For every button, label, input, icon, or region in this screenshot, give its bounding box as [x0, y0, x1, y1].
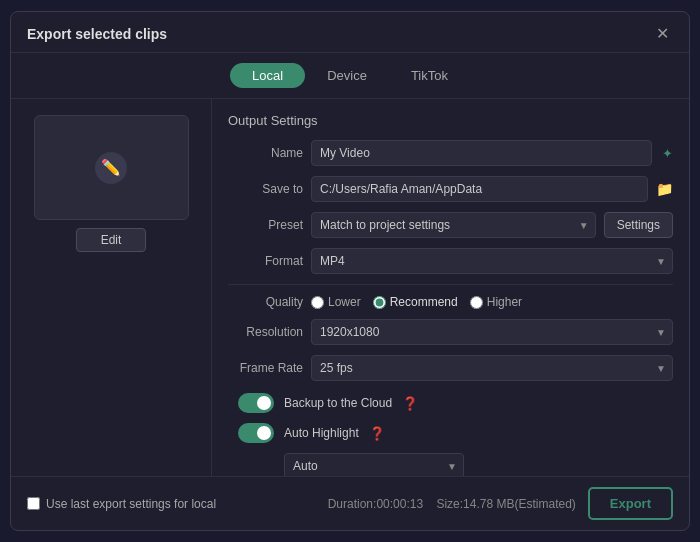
preset-select-wrap: Match to project settings ▼ — [311, 212, 596, 238]
quality-label: Quality — [228, 295, 303, 309]
footer-info: Duration:00:00:13 Size:14.78 MB(Estimate… — [228, 497, 576, 511]
quality-radio-group: Lower Recommend Higher — [311, 295, 522, 309]
resolution-label: Resolution — [228, 325, 303, 339]
autohighlight-toggle[interactable] — [238, 423, 274, 443]
framerate-label: Frame Rate — [228, 361, 303, 375]
saveto-row: Save to C:/Users/Rafia Aman/AppData 📁 — [228, 176, 673, 202]
tab-device[interactable]: Device — [305, 63, 389, 88]
backup-slider — [238, 393, 274, 413]
quality-recommend-option[interactable]: Recommend — [373, 295, 458, 309]
divider-1 — [228, 284, 673, 285]
name-row: Name ✦ — [228, 140, 673, 166]
format-select[interactable]: MP4 — [311, 248, 673, 274]
autohighlight-row: Auto Highlight ❓ — [238, 423, 673, 443]
close-button[interactable]: ✕ — [652, 24, 673, 44]
dialog-header: Export selected clips ✕ — [11, 12, 689, 53]
quality-lower-option[interactable]: Lower — [311, 295, 361, 309]
quality-recommend-label: Recommend — [390, 295, 458, 309]
resolution-row: Resolution 1920x1080 ▼ — [228, 319, 673, 345]
quality-higher-label: Higher — [487, 295, 522, 309]
toggle-section: Backup to the Cloud ❓ Auto Highlight ❓ — [228, 393, 673, 476]
auto-select-wrap: Auto ▼ — [238, 453, 673, 476]
size-text: Size:14.78 MB(Estimated) — [436, 497, 575, 511]
dialog-body: ✏️ Edit Output Settings Name ✦ Save to C… — [11, 99, 689, 476]
settings-button[interactable]: Settings — [604, 212, 673, 238]
preset-row: Preset Match to project settings ▼ Setti… — [228, 212, 673, 238]
framerate-row: Frame Rate 25 fps ▼ — [228, 355, 673, 381]
quality-recommend-radio[interactable] — [373, 296, 386, 309]
folder-icon[interactable]: 📁 — [656, 181, 673, 197]
format-row: Format MP4 ▼ — [228, 248, 673, 274]
quality-lower-label: Lower — [328, 295, 361, 309]
preset-label: Preset — [228, 218, 303, 232]
backup-toggle[interactable] — [238, 393, 274, 413]
section-title: Output Settings — [228, 113, 673, 128]
dialog-title: Export selected clips — [27, 26, 167, 42]
preview-thumbnail: ✏️ — [34, 115, 189, 220]
framerate-select-wrap: 25 fps ▼ — [311, 355, 673, 381]
backup-label: Backup to the Cloud — [284, 396, 392, 410]
auto-select-inner: Auto ▼ — [284, 453, 464, 476]
backup-row: Backup to the Cloud ❓ — [238, 393, 673, 413]
format-label: Format — [228, 254, 303, 268]
ai-icon[interactable]: ✦ — [662, 146, 673, 161]
quality-lower-radio[interactable] — [311, 296, 324, 309]
pencil-icon: ✏️ — [95, 152, 127, 184]
autohighlight-label: Auto Highlight — [284, 426, 359, 440]
name-input[interactable] — [311, 140, 652, 166]
backup-help-icon[interactable]: ❓ — [402, 396, 418, 411]
preview-panel: ✏️ Edit — [11, 99, 211, 476]
use-last-settings[interactable]: Use last export settings for local — [27, 497, 216, 511]
tab-tiktok[interactable]: TikTok — [389, 63, 470, 88]
name-label: Name — [228, 146, 303, 160]
autohighlight-help-icon[interactable]: ❓ — [369, 426, 385, 441]
duration-text: Duration:00:00:13 — [328, 497, 423, 511]
export-dialog: Export selected clips ✕ Local Device Tik… — [10, 11, 690, 531]
dialog-footer: Use last export settings for local Durat… — [11, 476, 689, 530]
settings-panel: Output Settings Name ✦ Save to C:/Users/… — [211, 99, 689, 476]
tab-bar: Local Device TikTok — [11, 53, 689, 99]
use-last-label-text: Use last export settings for local — [46, 497, 216, 511]
export-button[interactable]: Export — [588, 487, 673, 520]
quality-higher-radio[interactable] — [470, 296, 483, 309]
framerate-select[interactable]: 25 fps — [311, 355, 673, 381]
auto-select[interactable]: Auto — [284, 453, 464, 476]
save-path-display: C:/Users/Rafia Aman/AppData — [311, 176, 648, 202]
saveto-label: Save to — [228, 182, 303, 196]
use-last-checkbox[interactable] — [27, 497, 40, 510]
resolution-select[interactable]: 1920x1080 — [311, 319, 673, 345]
resolution-select-wrap: 1920x1080 ▼ — [311, 319, 673, 345]
preset-select[interactable]: Match to project settings — [311, 212, 596, 238]
quality-higher-option[interactable]: Higher — [470, 295, 522, 309]
autohighlight-slider — [238, 423, 274, 443]
tab-local[interactable]: Local — [230, 63, 305, 88]
format-select-wrap: MP4 ▼ — [311, 248, 673, 274]
quality-row: Quality Lower Recommend Higher — [228, 295, 673, 309]
edit-button[interactable]: Edit — [76, 228, 147, 252]
